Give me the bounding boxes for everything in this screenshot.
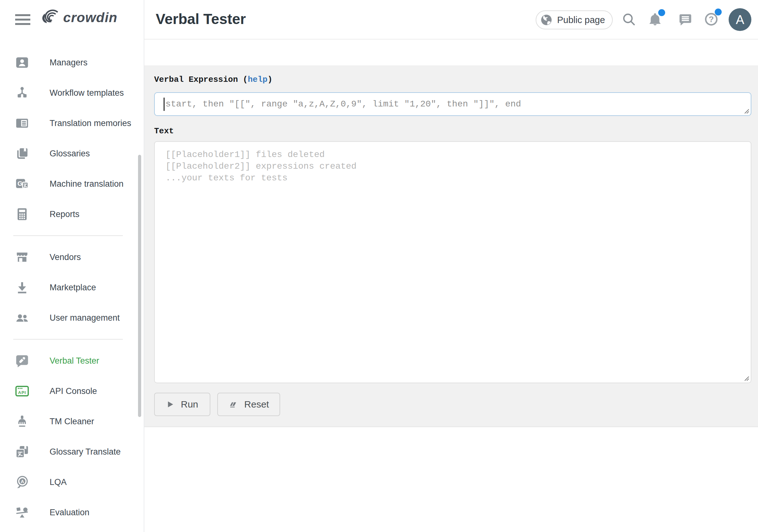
hamburger-menu-icon[interactable] [15, 14, 30, 25]
crowdin-logo[interactable]: crowdin [40, 8, 118, 26]
sidebar-item-label: Managers [50, 58, 87, 68]
reset-button-label: Reset [244, 399, 269, 410]
svg-text:API: API [18, 390, 26, 395]
sidebar-item-label: User management [50, 313, 120, 323]
search-icon[interactable] [622, 12, 636, 26]
svg-text:G: G [17, 180, 22, 187]
crowdin-logo-mark-icon [40, 8, 59, 26]
public-page-button[interactable]: Public page [536, 11, 613, 29]
top-header: Verbal Tester Public page ? A [144, 0, 758, 40]
reset-button[interactable]: Reset [217, 393, 280, 416]
verbal-tester-icon [15, 354, 29, 368]
api-console-icon: API [15, 384, 29, 398]
expression-input-wrap: start, then "[[", range "a,z,A,Z,0,9", l… [154, 92, 751, 116]
notifications-bell-icon[interactable] [648, 12, 662, 26]
play-icon [166, 400, 174, 409]
text-field-label: Text [154, 126, 174, 136]
sidebar-item-label: Machine translation [50, 179, 123, 189]
help-badge-dot [715, 9, 722, 16]
run-button-label: Run [181, 399, 198, 410]
sidebar-item-api-console[interactable]: API API Console [0, 376, 144, 406]
sidebar-item-glossary-translate[interactable]: Glossary Translate [0, 437, 144, 467]
people-icon [15, 311, 29, 325]
main-content: Verbal Expression (help) start, then "[[… [144, 40, 758, 532]
sidebar-item-label: API Console [50, 386, 97, 396]
sidebar-item-label: Verbal Tester [50, 356, 99, 366]
balance-scale-icon [15, 506, 29, 519]
expression-label-suffix: ) [267, 75, 273, 84]
glossary-book-icon [15, 147, 29, 160]
machine-translation-icon: G [15, 177, 29, 191]
sidebar-item-machine-translation[interactable]: G Machine translation [0, 169, 144, 199]
sidebar-divider [13, 339, 123, 339]
globe-icon [540, 14, 553, 26]
sidebar-item-label: Glossaries [50, 149, 90, 159]
crowdin-logo-text: crowdin [63, 10, 118, 25]
sidebar-nav: Managers Workflow templates Translation … [0, 47, 144, 528]
glossary-translate-icon [15, 445, 29, 459]
app-window: crowdin Managers Workflow templates [0, 0, 758, 532]
sidebar-item-managers[interactable]: Managers [0, 47, 144, 78]
avatar-letter: A [736, 13, 744, 27]
sidebar-header: crowdin [0, 0, 144, 39]
sidebar: crowdin Managers Workflow templates [0, 0, 144, 532]
resize-handle-icon[interactable] [743, 108, 749, 114]
sidebar-item-verbal-tester[interactable]: Verbal Tester [0, 346, 144, 376]
person-badge-icon [15, 55, 29, 69]
help-link[interactable]: help [248, 75, 267, 84]
sidebar-item-translation-memories[interactable]: Translation memories [0, 108, 144, 138]
user-avatar[interactable]: A [729, 8, 751, 31]
brush-icon [15, 414, 29, 428]
sidebar-item-label: Reports [50, 209, 80, 219]
sidebar-divider [13, 235, 123, 236]
notification-badge-dot [658, 9, 665, 16]
page-title: Verbal Tester [156, 11, 246, 27]
storefront-icon [15, 250, 29, 264]
svg-text:A: A [21, 479, 24, 484]
expression-input[interactable] [154, 92, 751, 116]
text-input-wrap: [[Placeholder1]] files deleted [[Placeho… [154, 141, 751, 383]
sidebar-item-evaluation[interactable]: Evaluation [0, 497, 144, 528]
run-button[interactable]: Run [154, 393, 210, 416]
sidebar-item-label: Evaluation [50, 508, 89, 517]
messages-icon[interactable] [678, 12, 692, 26]
sidebar-item-label: TM Cleaner [50, 417, 94, 426]
sidebar-item-label: Glossary Translate [50, 447, 121, 457]
workflow-icon [15, 86, 29, 100]
sidebar-item-label: LQA [50, 477, 67, 487]
expression-field-label: Verbal Expression (help) [154, 75, 272, 84]
eraser-icon [228, 400, 238, 409]
help-icon[interactable]: ? [704, 12, 718, 26]
resize-handle-icon[interactable] [743, 375, 749, 381]
sidebar-scrollbar-thumb[interactable] [138, 155, 141, 417]
translation-memory-icon [15, 116, 29, 130]
calculator-icon [15, 207, 29, 221]
sidebar-item-marketplace[interactable]: Marketplace [0, 272, 144, 302]
sidebar-item-label: Translation memories [50, 119, 131, 128]
sidebar-item-glossaries[interactable]: Glossaries [0, 138, 144, 169]
svg-text:?: ? [709, 15, 714, 24]
verbal-tester-panel: Verbal Expression (help) start, then "[[… [144, 65, 758, 427]
public-page-label: Public page [557, 15, 605, 25]
lqa-magnifier-icon: A [15, 475, 29, 489]
sidebar-item-user-management[interactable]: User management [0, 302, 144, 333]
sidebar-item-label: Workflow templates [50, 88, 124, 98]
sidebar-item-label: Vendors [50, 252, 81, 262]
sidebar-item-vendors[interactable]: Vendors [0, 242, 144, 272]
sidebar-item-tm-cleaner[interactable]: TM Cleaner [0, 406, 144, 437]
sidebar-item-lqa[interactable]: A LQA [0, 467, 144, 497]
expression-label-prefix: Verbal Expression ( [154, 75, 248, 84]
sidebar-item-label: Marketplace [50, 283, 96, 293]
text-input[interactable] [154, 141, 751, 383]
sidebar-item-reports[interactable]: Reports [0, 199, 144, 230]
sidebar-item-workflow-templates[interactable]: Workflow templates [0, 78, 144, 108]
download-icon [15, 281, 29, 295]
